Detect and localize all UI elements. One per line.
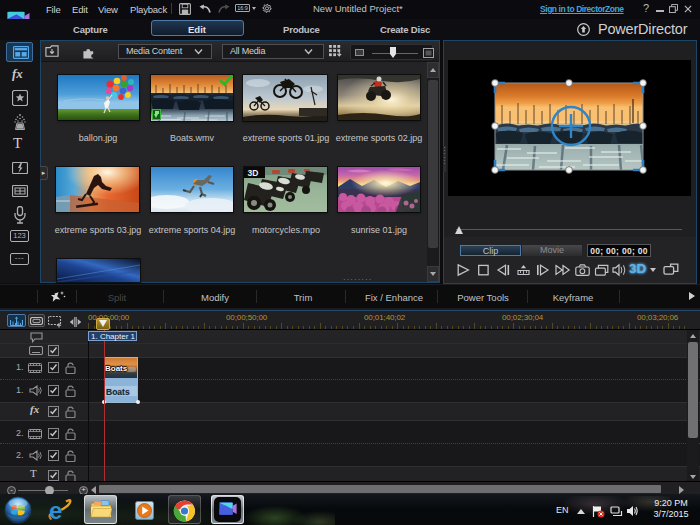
svg-text:e: e xyxy=(49,498,62,522)
svg-text:3D: 3D xyxy=(248,168,259,178)
